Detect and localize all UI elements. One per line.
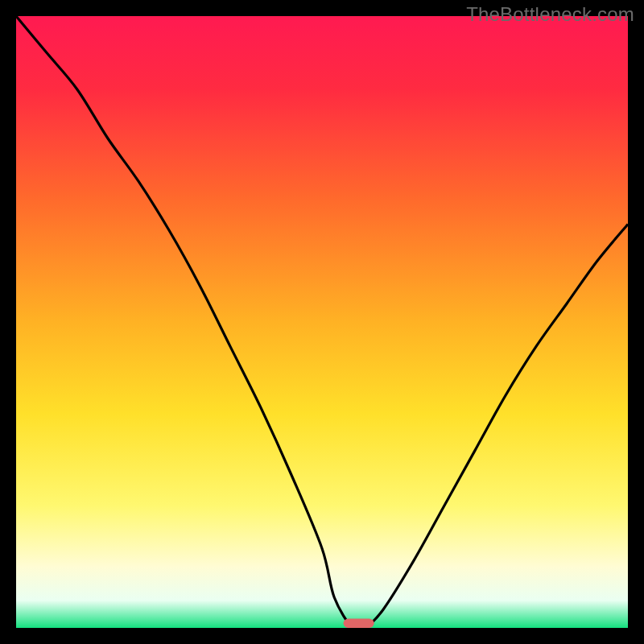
chart-container: TheBottleneck.com (0, 0, 644, 644)
optimal-marker (344, 619, 374, 628)
bottleneck-chart (16, 16, 628, 628)
chart-plot-area (16, 16, 628, 628)
watermark-text: TheBottleneck.com (466, 3, 634, 26)
chart-background-gradient (16, 16, 628, 628)
